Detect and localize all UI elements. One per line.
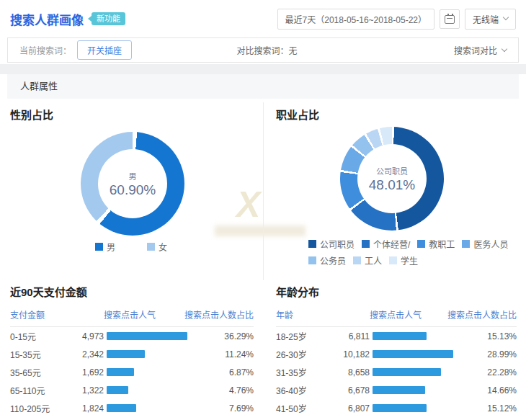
topbar-controls: 最近7天（2018-05-16~2018-05-22） 无线端 xyxy=(277,9,516,30)
row-label: 31-35岁 xyxy=(276,366,342,378)
row-value: 2,342 xyxy=(76,349,104,359)
row-bar xyxy=(373,332,427,340)
col-header-click-popularity: 搜索点击人气 xyxy=(370,308,437,321)
gender-center-label: 男 xyxy=(129,170,137,182)
legend-item[interactable]: 公司职员 xyxy=(308,238,355,250)
row-percent: 6.87% xyxy=(210,367,254,377)
col-header-click-popularity: 搜索点击人气 xyxy=(104,308,174,321)
row-value: 1,692 xyxy=(76,367,104,377)
col-header-click-ratio: 搜索点击人数占比 xyxy=(174,308,254,321)
legend-label: 男 xyxy=(107,241,115,253)
legend-swatch xyxy=(353,256,361,264)
legend-swatch xyxy=(362,240,370,248)
row-percent: 15.12% xyxy=(473,403,517,414)
occupation-center-label: 公司职员 xyxy=(376,165,408,177)
age-table-body: 18-25岁 6,811 15.13% 26-30岁 10,182 28.99%… xyxy=(276,327,517,420)
row-bar-track xyxy=(373,332,473,340)
legend-label: 工人 xyxy=(365,254,382,267)
row-value: 6,811 xyxy=(342,331,370,341)
row-bar xyxy=(373,350,453,358)
terminal-dropdown-label: 无线端 xyxy=(473,13,499,25)
title-wrap: 搜索人群画像 新功能 xyxy=(10,10,125,28)
table-row: 0-15元 4,973 36.29% xyxy=(10,327,254,345)
watermark-text xyxy=(215,225,306,236)
row-bar-track xyxy=(107,332,210,340)
legend-swatch xyxy=(308,256,316,264)
section-header-crowd-attributes: 人群属性 xyxy=(7,74,519,99)
legend-item[interactable]: 男 xyxy=(95,241,115,253)
payment-table-title: 近90天支付金额 xyxy=(10,284,254,299)
legend-swatch xyxy=(462,240,470,248)
legend-item[interactable]: 教职工 xyxy=(417,238,455,250)
row-percent: 15.13% xyxy=(473,331,517,341)
row-bar-track xyxy=(107,404,210,412)
row-value: 10,182 xyxy=(342,349,370,359)
payment-table-header: 支付金额 搜索点击人气 搜索点击人数占比 xyxy=(10,308,254,327)
legend-label: 个体经营/ xyxy=(373,238,410,250)
legend-label: 教职工 xyxy=(429,238,455,250)
table-row: 110-205元 1,824 7.69% xyxy=(10,399,254,417)
legend-item[interactable]: 公务员 xyxy=(308,254,346,267)
keyword-compare-dropdown[interactable]: 搜索词对比 xyxy=(454,44,507,56)
date-range-selector[interactable]: 最近7天（2018-05-16~2018-05-22） xyxy=(277,9,434,30)
legend-item[interactable]: 医务人员 xyxy=(462,238,508,250)
terminal-dropdown[interactable]: 无线端 xyxy=(465,9,516,30)
table-row: 26-30岁 10,182 28.99% xyxy=(276,345,517,363)
row-bar xyxy=(107,350,145,358)
gender-donut-center: 男 60.90% xyxy=(81,132,184,236)
row-bar-track xyxy=(373,386,473,394)
occupation-donut-center: 公司职员 48.01% xyxy=(340,127,444,231)
payment-table: 近90天支付金额 支付金额 搜索点击人气 搜索点击人数占比 0-15元 4,97… xyxy=(10,284,254,420)
chevron-down-icon xyxy=(502,45,507,51)
keyword-compare-label: 搜索词对比 xyxy=(454,44,497,56)
legend-label: 女 xyxy=(159,241,167,253)
row-label: 0-15元 xyxy=(10,330,76,342)
legend-item[interactable]: 女 xyxy=(147,241,167,253)
age-table-header: 年龄 搜索点击人气 搜索点击人数占比 xyxy=(276,308,517,327)
table-row: 15-35元 2,342 11.24% xyxy=(10,345,254,363)
row-bar xyxy=(373,368,441,376)
filter-bar: 当前搜索词： 开关插座 对比搜索词：无 搜索词对比 xyxy=(7,37,519,63)
row-bar-track xyxy=(373,368,473,376)
occupation-chart-title: 职业占比 xyxy=(276,107,319,122)
table-row: 36-40岁 6,678 14.66% xyxy=(276,381,517,399)
compare-keyword-text: 对比搜索词：无 xyxy=(237,44,455,56)
table-row: 41-50岁 6,807 15.12% xyxy=(276,399,517,417)
occupation-center-value: 48.01% xyxy=(369,177,415,193)
occupation-legend: 公司职员 个体经营/ 教职工 医务人员 公务员 xyxy=(308,238,526,267)
legend-item[interactable]: 工人 xyxy=(353,254,382,267)
row-value: 8,658 xyxy=(342,367,370,377)
table-row: 31-35岁 8,658 22.28% xyxy=(276,363,517,381)
row-bar-track xyxy=(107,386,210,394)
search-audience-page: 搜索人群画像 新功能 最近7天（2018-05-16~2018-05-22） 无… xyxy=(0,0,526,420)
col-header-payment: 支付金额 xyxy=(10,308,104,321)
legend-label: 公务员 xyxy=(320,254,346,267)
legend-swatch xyxy=(417,240,425,248)
legend-swatch xyxy=(389,256,397,264)
table-row: 35-65元 1,692 6.87% xyxy=(10,363,254,381)
row-label: 36-40岁 xyxy=(276,384,342,396)
row-bar-track xyxy=(107,350,210,358)
current-keyword-button[interactable]: 开关插座 xyxy=(77,40,132,60)
current-keyword-label: 当前搜索词： xyxy=(19,44,71,56)
row-bar-track xyxy=(373,350,473,358)
row-percent: 22.28% xyxy=(473,367,517,377)
legend-swatch xyxy=(308,240,316,248)
col-header-age: 年龄 xyxy=(276,308,370,321)
topbar: 搜索人群画像 新功能 最近7天（2018-05-16~2018-05-22） 无… xyxy=(0,0,526,37)
row-value: 6,678 xyxy=(342,385,370,396)
legend-swatch xyxy=(147,243,155,251)
payment-table-body: 0-15元 4,973 36.29% 15-35元 2,342 11.24% 3… xyxy=(10,327,254,420)
legend-label: 医务人员 xyxy=(473,238,508,250)
row-bar xyxy=(107,404,136,412)
calendar-button[interactable] xyxy=(440,9,460,29)
legend-label: 公司职员 xyxy=(320,238,355,250)
gender-donut-chart: 男 60.90% xyxy=(81,132,184,236)
legend-swatch xyxy=(95,243,103,251)
row-label: 26-30岁 xyxy=(276,348,342,360)
table-row: 205元以上 4,698 33.15% xyxy=(10,417,254,420)
legend-item[interactable]: 学生 xyxy=(389,254,418,267)
legend-item[interactable]: 个体经营/ xyxy=(362,238,410,250)
occupation-donut-chart: 公司职员 48.01% xyxy=(340,127,444,231)
gender-center-value: 60.90% xyxy=(110,182,156,198)
